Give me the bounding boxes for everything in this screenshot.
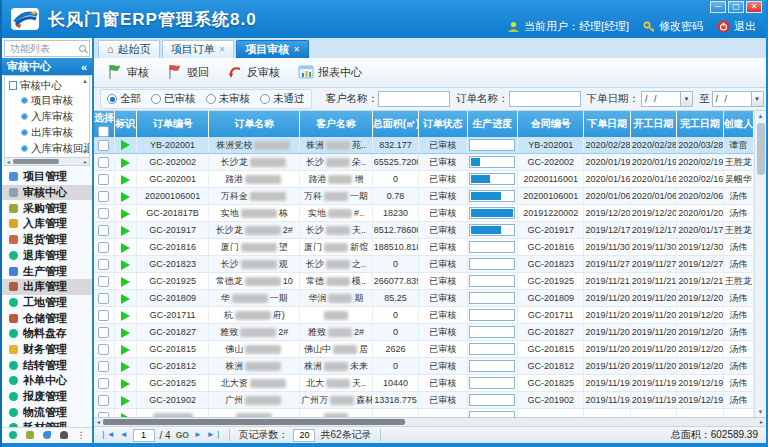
sidebar-item-生产管理[interactable]: 生产管理 — [2, 263, 92, 279]
toolbar-button-报表中心[interactable]: 报表中心 — [293, 60, 371, 86]
table-row[interactable]: GC-201816厦门望厦门新馆188510.818已审核GC-20181620… — [94, 239, 754, 256]
row-checkbox[interactable] — [98, 140, 109, 151]
cart-olive-icon[interactable] — [26, 431, 34, 439]
tab-close-icon[interactable]: ✕ — [293, 45, 300, 54]
tree-scroll-down-icon[interactable]: ▼ — [82, 149, 88, 155]
scroll-right-icon[interactable]: ► — [83, 158, 88, 166]
calendar-dropdown-icon[interactable]: ▼ — [751, 92, 763, 106]
table-row[interactable]: GC-201902广州广州万森林13318.775已审核GC-201902201… — [94, 392, 754, 409]
table-row[interactable]: GC-202002长沙龙长沙朵..65525.7200..已审核GC-20200… — [94, 154, 754, 171]
maximize-button[interactable]: ▢ — [728, 1, 744, 13]
table-row[interactable]: 20200106001万科金万科一期0.78已审核202001060012020… — [94, 188, 754, 205]
toolbar-button-驳回[interactable]: 驳回 — [162, 60, 218, 86]
column-header-标识[interactable]: 标识 — [114, 111, 136, 137]
vertical-scrollbar[interactable]: ▲ ▼ — [754, 111, 766, 417]
select-all-checkbox[interactable] — [98, 126, 109, 137]
page-number-input[interactable] — [133, 429, 155, 442]
order-date-to-input[interactable]: / /▼ — [712, 91, 764, 107]
table-row[interactable]: GC-201711杭府)0已审核GC-2017112019/11/202019/… — [94, 307, 754, 324]
person-dark-icon[interactable] — [60, 431, 68, 439]
tree-item-入库审核回退[interactable]: 入库审核回退 — [9, 141, 81, 157]
next-page-button[interactable]: ► — [194, 431, 202, 439]
tree-horizontal-scrollbar[interactable]: ◄ ► — [4, 158, 90, 166]
scroll-left-icon[interactable]: ◄ — [6, 158, 11, 166]
row-checkbox[interactable] — [98, 293, 109, 304]
column-header-完工日期[interactable]: 完工日期 — [677, 111, 723, 137]
tree-item-出库审核[interactable]: 出库审核 — [9, 125, 81, 141]
table-row[interactable]: GC-201812株洲株洲未来0已审核GC-2018122019/11/2020… — [94, 358, 754, 375]
sidebar-item-仓储管理[interactable]: 仓储管理 — [2, 310, 92, 326]
sidebar-item-补单中心[interactable]: 补单中心 — [2, 373, 92, 389]
scroll-down-icon[interactable]: ▼ — [755, 409, 766, 415]
toolbar-button-审核[interactable]: 审核 — [102, 60, 158, 86]
go-button[interactable]: GO — [176, 430, 189, 440]
tree-root-item[interactable]: 审核中心 — [9, 79, 81, 93]
close-button[interactable]: ✕ — [746, 1, 762, 13]
page-size-input[interactable] — [293, 429, 315, 442]
tab-项目审核[interactable]: 项目审核✕ — [236, 40, 309, 58]
table-row[interactable]: GC-201917长沙龙2#长沙天..8512.78600..已审核GC-201… — [94, 222, 754, 239]
logout-button[interactable]: 退出 — [717, 19, 756, 34]
column-header-客户名称[interactable]: 客户名称 — [300, 111, 373, 137]
scroll-right-icon[interactable]: ► — [759, 418, 764, 427]
tab-起始页[interactable]: ⌂起始页 — [98, 40, 160, 58]
table-row[interactable]: GC-201815佛山佛山中居2626已审核GC-2018152019/11/2… — [94, 341, 754, 358]
prev-page-button[interactable]: ◄ — [120, 431, 128, 439]
more-icon[interactable]: ⋮ — [77, 431, 86, 440]
horizontal-scrollbar[interactable]: ◄ ► — [94, 418, 766, 427]
order-date-from-input[interactable]: / /▼ — [641, 91, 693, 107]
tree-scroll-up-icon[interactable]: ▲ — [82, 78, 88, 84]
column-header-合同编号[interactable]: 合同编号 — [517, 111, 584, 137]
scrollbar-thumb[interactable] — [103, 419, 405, 425]
row-checkbox[interactable] — [98, 361, 109, 372]
row-checkbox[interactable] — [98, 378, 109, 389]
column-header-选择[interactable]: 选择 — [94, 111, 114, 137]
change-password-button[interactable]: 修改密码 — [643, 19, 703, 34]
scrollbar-thumb[interactable] — [757, 123, 765, 175]
row-checkbox[interactable] — [98, 276, 109, 287]
minimize-button[interactable]: ─ — [710, 1, 726, 13]
sidebar-item-退货管理[interactable]: 退货管理 — [2, 232, 92, 248]
row-checkbox[interactable] — [98, 174, 109, 185]
table-row[interactable]: GC-201823长沙观长沙之..0已审核GC-2018232019/11/27… — [94, 256, 754, 273]
sidebar-item-入库管理[interactable]: 入库管理 — [2, 216, 92, 232]
column-header-生产进度[interactable]: 生产进度 — [467, 111, 517, 137]
last-page-button[interactable]: ►❘ — [207, 431, 222, 439]
tree-item-项目审核[interactable]: 项目审核 — [9, 93, 81, 109]
sidebar-item-退库管理[interactable]: 退库管理 — [2, 248, 92, 264]
calendar-dropdown-icon[interactable]: ▼ — [680, 92, 692, 106]
function-search-input[interactable] — [8, 42, 79, 55]
radio-未通过[interactable]: 未通过 — [260, 92, 305, 106]
table-row[interactable]: GC-201817B实地栋实地#..18230已审核20191220002201… — [94, 205, 754, 222]
sidebar-item-采购管理[interactable]: 采购管理 — [2, 200, 92, 216]
radio-未审核[interactable]: 未审核 — [206, 92, 251, 106]
row-checkbox[interactable] — [98, 310, 109, 321]
row-checkbox[interactable] — [98, 225, 109, 236]
column-header-订单状态[interactable]: 订单状态 — [419, 111, 467, 137]
scroll-left-icon[interactable]: ◄ — [96, 418, 101, 427]
scroll-up-icon[interactable]: ▲ — [755, 113, 766, 119]
column-header-开工日期[interactable]: 开工日期 — [630, 111, 676, 137]
toolbar-button-反审核[interactable]: 反审核 — [222, 60, 289, 86]
row-checkbox[interactable] — [98, 344, 109, 355]
first-page-button[interactable]: ❘◄ — [100, 431, 115, 439]
collapse-panel-icon[interactable]: « — [81, 61, 87, 73]
sidebar-item-报废管理[interactable]: 报废管理 — [2, 389, 92, 405]
row-checkbox[interactable] — [98, 395, 109, 406]
sidebar-item-结转管理[interactable]: 结转管理 — [2, 357, 92, 373]
sidebar-item-财务管理[interactable]: 财务管理 — [2, 342, 92, 358]
tab-close-icon[interactable]: ✕ — [219, 45, 226, 54]
radio-已审核[interactable]: 已审核 — [151, 92, 196, 106]
sidebar-item-项目管理[interactable]: 项目管理 — [2, 169, 92, 185]
column-header-总面积(㎡)[interactable]: 总面积(㎡) — [372, 111, 418, 137]
row-checkbox[interactable] — [98, 208, 109, 219]
table-row[interactable] — [94, 409, 754, 418]
tree-item-入库审核[interactable]: 入库审核 — [9, 109, 81, 125]
sidebar-item-工地管理[interactable]: 工地管理 — [2, 295, 92, 311]
column-header-订单编号[interactable]: 订单编号 — [136, 111, 209, 137]
customer-name-input[interactable] — [378, 91, 450, 107]
row-checkbox[interactable] — [98, 259, 109, 270]
column-header-订单名称[interactable]: 订单名称 — [209, 111, 300, 137]
sidebar-item-审核中心[interactable]: 审核中心 — [2, 185, 92, 201]
dot-teal-icon[interactable] — [9, 431, 17, 439]
